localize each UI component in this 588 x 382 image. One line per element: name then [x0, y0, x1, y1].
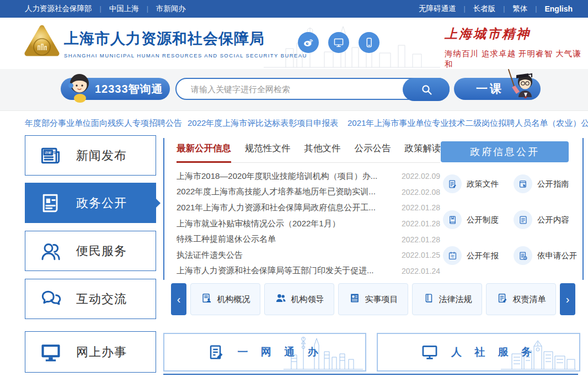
- news-item[interactable]: 2021年上海市人力资源和社会保障局政府信息公开工...2022.01.28: [177, 200, 440, 216]
- divider: |: [100, 5, 101, 13]
- news-item[interactable]: 执法证件遗失公告2022.01.25: [177, 247, 440, 263]
- site-search: [175, 78, 450, 100]
- link-disclosure-system[interactable]: 公开制度: [443, 210, 514, 229]
- banner-label: 人 社 服 务: [451, 345, 537, 359]
- news-date: 2022.01.28: [402, 203, 440, 212]
- calendar-year-icon: 年: [443, 246, 462, 265]
- search-input[interactable]: [191, 81, 389, 97]
- lesson-label: 一课: [476, 81, 504, 97]
- gov-info-disclosure-button[interactable]: 政府信息公开: [441, 141, 569, 162]
- link-accessibility[interactable]: 无障碍通道: [419, 4, 456, 14]
- lesson-button[interactable]: 一课: [454, 78, 541, 100]
- info-link-label: 政策文件: [467, 179, 499, 189]
- tab-public-notices[interactable]: 公示公告: [355, 142, 391, 162]
- news-title: 2021年上海市人力资源和社会保障局政府信息公开工...: [177, 203, 376, 213]
- ticker-link[interactable]: 2022年度上海市评比达标表彰项目申报表: [188, 118, 338, 129]
- main-content: 最新公开信息 规范性文件 其他文件 公示公告 政策解读 政府信息公开 上海市20…: [163, 135, 584, 382]
- card-responsibility-list[interactable]: 权责清单: [486, 283, 556, 315]
- info-link-label: 公开指南: [537, 179, 569, 189]
- svg-text:NEWS: NEWS: [45, 151, 56, 155]
- news-item[interactable]: 2022年度上海市高技能人才培养基地历年已资助实训...2022.02.08: [177, 184, 440, 200]
- link-disclosure-content[interactable]: 公开内容: [514, 210, 581, 229]
- quick-links-carousel: ‹ 机构概况 机构领导 实事项目 法律法规 权责清单 ›: [171, 283, 584, 315]
- card-org-leaders[interactable]: 机构领导: [264, 283, 334, 315]
- hotline-12333-button[interactable]: 12333智询通: [61, 78, 170, 100]
- divider: |: [503, 5, 505, 13]
- sidebar-item-label: 政务公开: [76, 195, 127, 211]
- news-title: 执法证件遗失公告: [177, 250, 243, 261]
- link-traditional-chinese[interactable]: 繁体: [512, 4, 527, 14]
- card-laws-regulations[interactable]: 法律法规: [412, 283, 482, 315]
- news-date: 2022.01.28: [402, 235, 440, 244]
- monitor-icon: [420, 343, 439, 362]
- info-link-label: 公开年报: [467, 251, 499, 261]
- weibo-icon[interactable]: [298, 32, 319, 53]
- banner-label: 一 网 通 办: [238, 345, 323, 359]
- book-icon: [443, 210, 462, 229]
- people-solid-icon: [275, 292, 287, 306]
- news-item[interactable]: 特殊工种提前退休公示名单2022.01.28: [177, 231, 440, 247]
- city-spirit-title: 上海城市精神: [445, 25, 588, 43]
- carousel-next-button[interactable]: ›: [560, 283, 575, 315]
- ticker-link[interactable]: 2021年上海市事业单位专业技术二级岗位拟聘人员名单（农业）公: [348, 118, 588, 129]
- bureau-emblem-logo: [24, 25, 60, 61]
- news-list: 上海市2018—2020年度职业技能培训机构（项目）办...2022.02.09…: [177, 168, 440, 279]
- sidebar-item-gov-disclosure[interactable]: 政务公开: [25, 183, 156, 223]
- doc-pen-icon: [207, 343, 226, 362]
- search-button[interactable]: [403, 78, 450, 101]
- news-tabs: 最新公开信息 规范性文件 其他文件 公示公告 政策解读: [177, 142, 440, 163]
- quick-access-icons: [298, 32, 379, 53]
- ticker-link[interactable]: 年度部分事业单位面向残疾人专项招聘公告: [25, 118, 182, 129]
- card-practical-projects[interactable]: 实事项目: [338, 283, 408, 315]
- link-english[interactable]: English: [544, 4, 573, 13]
- link-senior-version[interactable]: 长者版: [473, 4, 496, 14]
- desktop-site-icon[interactable]: [328, 32, 349, 53]
- banner-hr-social-services[interactable]: 人 社 服 务: [377, 333, 580, 372]
- doc-apply-icon: [514, 246, 532, 265]
- link-disclosure-guide[interactable]: 公开指南: [514, 174, 581, 193]
- info-link-label: 公开制度: [467, 215, 499, 225]
- news-item[interactable]: 上海市人力资源和社会保障局等五部门印发关于促进...2022.01.24: [177, 263, 440, 279]
- lesson-mascot-teacher: [502, 65, 542, 102]
- sidebar-item-online-services[interactable]: 网上办事: [25, 331, 156, 373]
- card-label: 机构领导: [291, 294, 324, 305]
- sidebar-item-news[interactable]: NEWS 新闻发布: [25, 135, 156, 176]
- disclosure-links-grid: 政策文件 公开指南 公开制度 公开内容 年公开年报 依申请公开: [443, 174, 581, 265]
- link-policy-documents[interactable]: 政策文件: [443, 174, 514, 193]
- sidebar-item-interaction[interactable]: 互动交流: [25, 279, 156, 319]
- divider: |: [147, 5, 148, 13]
- tab-policy-interpretation[interactable]: 政策解读: [405, 142, 441, 162]
- news-item[interactable]: 上海市2018—2020年度职业技能培训机构（项目）办...2022.02.09: [177, 168, 440, 184]
- card-org-overview[interactable]: 机构概况: [190, 283, 260, 315]
- book-open-icon: [423, 292, 435, 306]
- sidebar-item-label: 互动交流: [76, 291, 127, 307]
- doc-person-icon: [201, 292, 213, 306]
- card-label: 权责清单: [513, 294, 546, 305]
- link-annual-report[interactable]: 年公开年报: [443, 246, 514, 265]
- news-title: 上海市2018—2020年度职业技能培训机构（项目）办...: [177, 171, 377, 182]
- sidebar-item-public-services[interactable]: 便民服务: [25, 231, 156, 271]
- chat-bubbles-icon: [25, 287, 76, 311]
- info-link-label: 公开内容: [537, 215, 569, 225]
- tab-other-docs[interactable]: 其他文件: [304, 142, 341, 162]
- link-city-news-office[interactable]: 市新闻办: [156, 4, 186, 14]
- carousel-prev-button[interactable]: ‹: [171, 283, 186, 315]
- tab-latest-info[interactable]: 最新公开信息: [177, 142, 231, 163]
- link-disclosure-on-request[interactable]: 依申请公开: [514, 246, 581, 265]
- card-label: 实事项目: [365, 294, 398, 305]
- link-china-shanghai[interactable]: 中国上海: [109, 4, 139, 14]
- doc-pen-icon: [496, 292, 509, 306]
- link-mohrss[interactable]: 人力资源社会保障部: [25, 4, 92, 14]
- site-header: 上海市人力资源和社会保障局 SHANGHAI MUNICIPAL HUMAN R…: [0, 18, 588, 69]
- svg-text:年: 年: [451, 254, 455, 259]
- mobile-site-icon[interactable]: [359, 32, 379, 53]
- card-label: 法律法规: [439, 294, 472, 305]
- info-link-label: 依申请公开: [537, 251, 578, 261]
- document-icon: [25, 191, 76, 215]
- doc-pen-icon: [443, 174, 462, 193]
- banner-one-stop-service[interactable]: 一 网 通 办: [163, 333, 366, 372]
- tab-normative-docs[interactable]: 规范性文件: [245, 142, 291, 162]
- topbar-right-links: 无障碍通道| 长者版| 繁体| English: [419, 4, 573, 14]
- sidebar-item-label: 便民服务: [76, 243, 127, 259]
- news-item[interactable]: 上海市就业补贴审核情况公示（2022年1月）2022.01.28: [177, 216, 440, 232]
